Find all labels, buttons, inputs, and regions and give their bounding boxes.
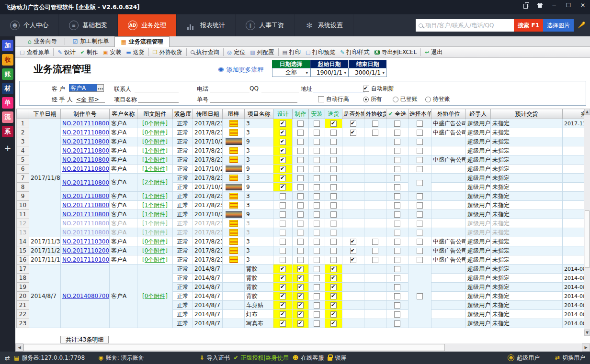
auto-row-height-checkbox[interactable]: 自动行高 xyxy=(318,95,349,103)
toolbar-style-button[interactable]: ✎打印样式 xyxy=(338,47,372,57)
column-header-7[interactable]: 图样 xyxy=(223,109,245,119)
deliver-checkbox[interactable] xyxy=(330,211,337,218)
select-all-cell[interactable] xyxy=(386,128,408,137)
design-cell[interactable] xyxy=(273,201,293,210)
make-cell[interactable] xyxy=(293,301,309,310)
design-checkbox[interactable] xyxy=(280,139,286,145)
phone-input[interactable] xyxy=(210,85,250,92)
nav-item-reports[interactable]: 报表统计 xyxy=(177,14,236,36)
select-all-checkbox[interactable] xyxy=(394,139,400,145)
thumbnail-cell[interactable] xyxy=(223,192,245,201)
design-checkbox[interactable] xyxy=(280,284,286,290)
install-checkbox[interactable] xyxy=(314,157,320,163)
select-all-cell[interactable] xyxy=(386,310,408,319)
deliver-checkbox[interactable] xyxy=(330,311,337,318)
table-row[interactable]: 9NO.201711080005客户A[1个附件]正常2017/8/233超级用… xyxy=(17,192,585,201)
install-cell[interactable] xyxy=(309,128,325,137)
make-checkbox[interactable] xyxy=(297,311,304,318)
outsource-cell[interactable] xyxy=(342,237,364,246)
make-checkbox[interactable] xyxy=(297,139,304,145)
install-checkbox[interactable] xyxy=(314,221,320,227)
make-cell[interactable] xyxy=(293,265,309,274)
outsource-receive-checkbox[interactable] xyxy=(372,121,378,127)
deliver-cell[interactable] xyxy=(325,165,342,174)
design-cell[interactable] xyxy=(273,146,293,155)
make-cell[interactable] xyxy=(293,228,309,237)
outsource-cell[interactable] xyxy=(342,128,364,137)
nav-item-system[interactable]: ✻系统设置 xyxy=(295,14,353,36)
make-checkbox[interactable] xyxy=(297,202,304,209)
address-input[interactable] xyxy=(313,85,365,92)
thumbnail-cell[interactable] xyxy=(223,210,245,219)
horn-icon[interactable] xyxy=(577,21,586,31)
toolbar-query-button[interactable]: 执行查询 xyxy=(188,47,222,57)
select-all-checkbox[interactable] xyxy=(394,284,400,290)
select-order-cell[interactable] xyxy=(408,219,431,228)
thumbnail-cell[interactable] xyxy=(223,155,245,165)
make-checkbox[interactable] xyxy=(297,157,304,163)
install-checkbox[interactable] xyxy=(314,175,320,181)
select-order-cell[interactable] xyxy=(408,192,431,201)
table-row[interactable]: 4NO.201711080009客户A[1个附件]正常2017/8/233超级用… xyxy=(17,146,585,155)
deliver-cell[interactable] xyxy=(325,192,342,201)
thumbnail-cell[interactable] xyxy=(223,228,245,237)
select-order-checkbox[interactable] xyxy=(417,148,423,154)
deliver-checkbox[interactable] xyxy=(330,284,337,290)
attachment-link[interactable]: [1个附件] xyxy=(142,156,168,163)
design-cell[interactable] xyxy=(273,219,293,228)
select-all-checkbox[interactable] xyxy=(394,121,400,127)
deliver-checkbox[interactable] xyxy=(330,239,337,245)
column-header-18[interactable]: 经手人 xyxy=(466,109,491,119)
make-checkbox[interactable] xyxy=(297,221,304,227)
hscroll-thumb[interactable] xyxy=(23,344,445,351)
make-cell[interactable] xyxy=(293,292,309,301)
sidebar-tab-7[interactable]: 系 xyxy=(2,126,13,137)
select-order-checkbox[interactable] xyxy=(417,180,423,186)
install-cell[interactable] xyxy=(309,274,325,283)
select-order-checkbox[interactable] xyxy=(417,157,423,163)
design-cell[interactable] xyxy=(273,237,293,246)
nav-item-business[interactable]: AD业务处理 xyxy=(118,14,177,36)
deliver-checkbox[interactable] xyxy=(330,139,337,145)
select-all-cell[interactable] xyxy=(386,237,408,246)
sidebar-tab-2[interactable]: 收 xyxy=(2,54,13,66)
column-header-10[interactable]: 制作 xyxy=(293,109,309,119)
make-checkbox[interactable] xyxy=(297,193,304,199)
make-cell[interactable] xyxy=(293,210,309,219)
doc-thumbnail[interactable] xyxy=(229,256,238,263)
minimize-button[interactable]: ─ xyxy=(547,0,561,11)
select-all-cell[interactable] xyxy=(386,146,408,155)
select-order-cell[interactable] xyxy=(408,201,431,210)
make-checkbox[interactable] xyxy=(297,257,304,263)
deliver-checkbox[interactable] xyxy=(330,175,337,181)
photo-thumbnail[interactable] xyxy=(226,165,242,172)
outsource-cell[interactable] xyxy=(342,255,364,265)
toolbar-locate-button[interactable]: ◎定位 xyxy=(225,47,248,57)
design-checkbox[interactable] xyxy=(280,175,286,181)
design-checkbox[interactable] xyxy=(280,193,286,199)
select-all-cell[interactable] xyxy=(386,119,408,128)
toolbar-preview-button[interactable]: ▢打印预览 xyxy=(303,47,338,57)
select-all-cell[interactable] xyxy=(386,292,408,301)
outsource-checkbox[interactable] xyxy=(350,121,356,127)
deliver-cell[interactable] xyxy=(325,228,342,237)
design-cell[interactable] xyxy=(273,301,293,310)
install-cell[interactable] xyxy=(309,201,325,210)
column-header-1[interactable]: 下单日期 xyxy=(29,109,61,119)
maximize-button[interactable]: ☐ xyxy=(561,0,576,11)
doc-thumbnail[interactable] xyxy=(229,175,238,181)
deliver-cell[interactable] xyxy=(325,310,342,319)
toolbar-excel-button[interactable]: X导出到EXCEL xyxy=(372,47,420,57)
column-header-11[interactable]: 安装 xyxy=(309,109,325,119)
select-all-checkbox[interactable] xyxy=(394,148,400,154)
column-header-3[interactable]: 客户名称 xyxy=(110,109,137,119)
select-all-checkbox[interactable] xyxy=(394,248,400,254)
install-cell[interactable] xyxy=(309,183,325,192)
select-order-cell[interactable] xyxy=(408,174,431,192)
table-row[interactable]: 6NO.201711080007客户A[1个附件]正常2017/10/209超级… xyxy=(17,165,585,174)
thumbnail-cell[interactable] xyxy=(223,174,245,183)
outsource-checkbox[interactable] xyxy=(350,239,356,245)
install-checkbox[interactable] xyxy=(314,284,320,290)
date-filter-dropdown[interactable]: 1900/1/1▾ xyxy=(310,68,349,77)
install-cell[interactable] xyxy=(309,174,325,183)
